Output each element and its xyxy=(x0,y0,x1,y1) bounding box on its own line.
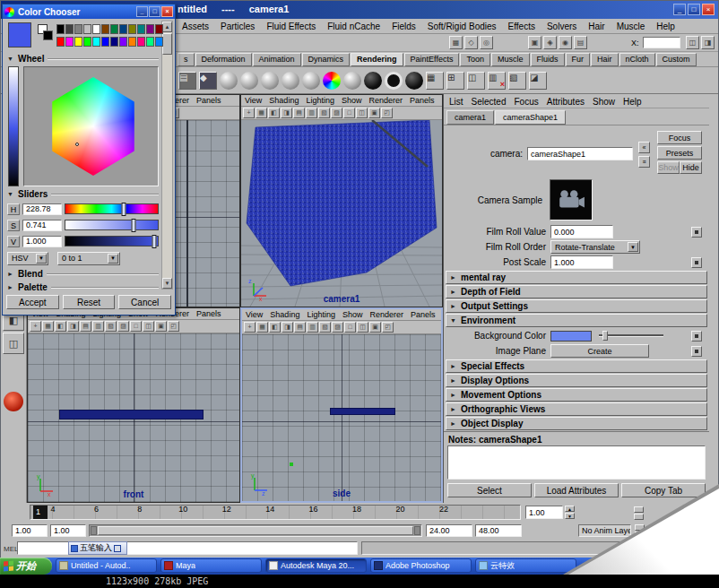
anim-layer-button[interactable] xyxy=(634,514,644,520)
shelf-tab[interactable]: Toon xyxy=(460,53,490,66)
viewport-icon[interactable] xyxy=(168,321,179,332)
palette-section-header[interactable]: ► Palette xyxy=(7,281,159,293)
hue-input[interactable]: 228.78 xyxy=(22,203,62,215)
shelf-tab[interactable]: Muscle xyxy=(491,53,530,66)
playback-start-input[interactable]: 1.00 xyxy=(50,524,86,537)
viewport-menu-item[interactable]: Renderer xyxy=(369,310,403,319)
ae-section-header[interactable]: ► Display Options xyxy=(446,374,707,387)
ae-menu-item[interactable]: Focus xyxy=(514,97,538,105)
playback-end-input[interactable]: 24.00 xyxy=(426,524,472,537)
palette-swatch[interactable] xyxy=(74,24,82,34)
history-icon[interactable]: ▣ xyxy=(528,36,541,49)
value-strip[interactable] xyxy=(8,66,19,186)
map-button[interactable] xyxy=(691,227,702,238)
scroll-up-icon[interactable]: ▲ xyxy=(162,22,172,32)
shelf-ring-sphere-icon[interactable] xyxy=(385,72,403,90)
notes-textarea[interactable] xyxy=(447,445,706,480)
map-button[interactable] xyxy=(691,257,702,268)
render-settings-icon[interactable]: ▤ xyxy=(574,36,587,49)
shelf-tab[interactable]: Fluids xyxy=(531,53,565,66)
viewport-menu-item[interactable]: Lighting xyxy=(306,96,334,105)
palette-swatch[interactable] xyxy=(83,24,91,34)
coord-input[interactable] xyxy=(643,37,680,48)
close-button[interactable]: × xyxy=(702,4,715,15)
cancel-button[interactable]: Cancel xyxy=(118,295,171,309)
viewport-menu-item[interactable]: View xyxy=(246,310,263,319)
palette-swatch[interactable] xyxy=(56,24,65,34)
viewport-canvas[interactable]: y x front xyxy=(28,333,239,502)
ae-section-header[interactable]: ► Depth of Field xyxy=(446,285,707,298)
viewport-icon[interactable] xyxy=(243,108,255,118)
saturation-input[interactable]: 0.741 xyxy=(22,220,62,231)
black-swatch[interactable] xyxy=(43,30,53,40)
ae-section-header[interactable]: ► Object Display xyxy=(446,417,707,430)
ae-section-header[interactable]: ► Orthographic Views xyxy=(446,402,707,416)
range-start-input[interactable]: 1.00 xyxy=(12,524,48,537)
slider-handle[interactable] xyxy=(121,203,126,216)
menu-item[interactable]: Fluid Effects xyxy=(266,22,316,31)
dialog-title-bar[interactable]: Color Chooser _ □ × xyxy=(3,4,175,19)
maximize-button[interactable]: □ xyxy=(688,4,700,15)
slider-handle[interactable] xyxy=(132,219,136,232)
menu-item[interactable]: Effects xyxy=(508,22,535,31)
viewport-icon[interactable] xyxy=(332,322,343,333)
palette-swatch[interactable] xyxy=(119,24,127,34)
shelf-sphere-icon[interactable] xyxy=(261,72,279,90)
shelf-sphere-icon[interactable] xyxy=(220,72,238,90)
scroll-down-icon[interactable]: ▼ xyxy=(162,278,172,289)
dialog-maximize-button[interactable]: □ xyxy=(149,6,160,17)
menu-item[interactable]: Help xyxy=(656,22,675,31)
menu-item[interactable]: Solvers xyxy=(547,22,576,31)
viewport-icon[interactable] xyxy=(343,108,355,118)
shelf-page-icon[interactable]: ▦ xyxy=(426,72,444,90)
ime-mode-icon[interactable] xyxy=(71,545,78,552)
shelf-tab[interactable]: s xyxy=(178,53,195,66)
viewport-menu-item[interactable]: Panels xyxy=(411,310,436,319)
menu-item[interactable]: Fluid nCache xyxy=(327,22,380,31)
viewport-icon[interactable] xyxy=(381,108,393,118)
load-attributes-button[interactable]: Load Attributes xyxy=(534,483,619,497)
ae-menu-item[interactable]: Help xyxy=(623,97,642,105)
scrollbar-thumb[interactable] xyxy=(162,33,172,55)
shelf-tab[interactable]: Rendering xyxy=(351,53,403,66)
viewport-icon[interactable] xyxy=(80,321,91,332)
viewport-icon[interactable] xyxy=(269,322,281,333)
ae-menu-item[interactable]: Selected xyxy=(472,97,507,105)
ae-section-header[interactable]: ► Output Settings xyxy=(446,299,707,313)
palette-swatch[interactable] xyxy=(101,37,109,47)
menu-item[interactable]: Soft/Rigid Bodies xyxy=(428,22,497,31)
range-mode-dropdown[interactable]: 0 to 1 ▼ xyxy=(57,252,120,265)
ae-section-header[interactable]: ► Movement Options xyxy=(446,388,707,402)
copy-tab-button[interactable]: Copy Tab xyxy=(621,483,706,497)
palette-swatch[interactable] xyxy=(92,37,100,47)
color-hexagon[interactable] xyxy=(47,77,140,176)
slider-handle[interactable] xyxy=(602,331,608,341)
shelf-sphere-icon[interactable] xyxy=(343,72,361,90)
presets-button[interactable]: Presets xyxy=(657,146,702,160)
start-button[interactable]: 开始 xyxy=(0,558,52,575)
snap-grid-icon[interactable]: ▦ xyxy=(449,36,463,49)
select-button[interactable]: Select xyxy=(447,483,532,497)
film-roll-value-input[interactable]: 0.000 xyxy=(550,225,613,238)
menu-item[interactable]: Particles xyxy=(221,22,255,31)
viewport-icon[interactable] xyxy=(105,321,117,332)
ae-section-header-environment[interactable]: ▼ Environment xyxy=(446,314,707,327)
shelf-tab[interactable]: Fur xyxy=(566,53,591,66)
menu-item[interactable]: Muscle xyxy=(617,22,645,31)
value-slider[interactable] xyxy=(65,236,159,246)
viewport-icon[interactable] xyxy=(281,108,292,118)
shelf-tab[interactable]: Hair xyxy=(591,53,619,66)
sliders-section-header[interactable]: ▼ Sliders xyxy=(7,188,159,200)
shelf-layer-icon[interactable]: ▧ xyxy=(508,72,526,90)
map-button[interactable] xyxy=(691,331,702,342)
current-time-input[interactable]: 1.00 xyxy=(525,506,563,519)
ae-menu-item[interactable]: Attributes xyxy=(547,97,585,105)
render-icon[interactable]: ◈ xyxy=(543,36,557,49)
reset-button[interactable]: Reset xyxy=(63,295,116,309)
dialog-close-button[interactable]: × xyxy=(161,6,173,17)
viewport-menu-item[interactable]: Panels xyxy=(196,309,221,318)
menu-item[interactable]: Assets xyxy=(182,22,209,31)
taskbar-task[interactable]: Adobe Photoshop xyxy=(370,558,472,573)
viewport-icon[interactable] xyxy=(155,321,167,332)
snap-curve-icon[interactable]: ◇ xyxy=(464,36,478,49)
